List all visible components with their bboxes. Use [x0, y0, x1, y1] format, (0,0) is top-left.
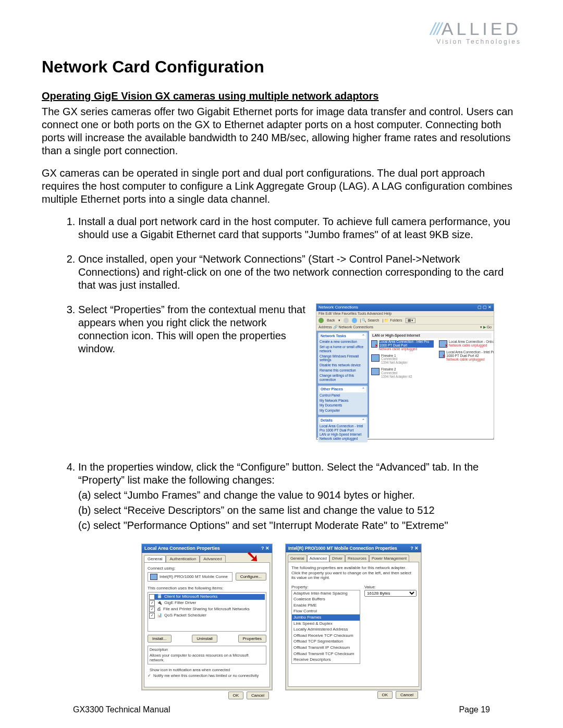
address-value[interactable]: Network Connections: [339, 325, 374, 329]
intel-pro-properties-screenshot: Intel(R) PRO/1000 MT Mobile Connection P…: [285, 544, 422, 690]
task-item[interactable]: Create a new connection: [320, 340, 366, 344]
footer-manual-name: GX3300 Technical Manual: [73, 705, 170, 714]
step-3: Select “Properties” from the contextual …: [78, 303, 521, 440]
install-button[interactable]: Install...: [148, 635, 172, 643]
property-listbox[interactable]: Adaptive Inter-frame Spacing Coalesce Bu…: [291, 590, 360, 664]
connection-item[interactable]: Firewire 2Connected1394 Net Adapter #2: [371, 368, 434, 378]
connection-icon: [371, 354, 380, 362]
show-icon-option[interactable]: Show icon in notification area when conn…: [150, 668, 230, 672]
list-item[interactable]: Link Speed & Duplex: [292, 621, 360, 627]
value-select[interactable]: 16128 Bytes: [364, 590, 417, 597]
list-item[interactable]: Flow Control: [292, 608, 360, 614]
list-item-selected[interactable]: Jumbo Frames: [292, 614, 360, 621]
list-item[interactable]: Adaptive Inter-frame Spacing: [292, 590, 360, 597]
tab-advanced[interactable]: Advanced: [200, 555, 226, 563]
intro-paragraph-2: GX cameras can be operated in single por…: [42, 167, 521, 206]
lacp-screenshot: Local Area Connection Properties ? ✕ Gen…: [141, 544, 273, 690]
ipp-title: Intel(R) PRO/1000 MT Mobile Connection P…: [288, 546, 397, 551]
properties-button[interactable]: Properties: [238, 635, 266, 643]
footer-page-number: Page 19: [459, 705, 490, 714]
task-item[interactable]: Change Windows Firewall settings: [320, 354, 366, 363]
task-item[interactable]: Rename this connection: [320, 368, 366, 373]
nc-menubar[interactable]: File Edit View Favorites Tools Advanced …: [316, 311, 494, 317]
list-item[interactable]: Coalesce Buffers: [292, 596, 360, 602]
task-item[interactable]: Disable this network device: [320, 363, 366, 367]
other-places-head[interactable]: Other Places: [321, 387, 343, 391]
list-item[interactable]: File and Printer Sharing for Microsoft N…: [163, 607, 250, 612]
lacp-title: Local Area Connection Properties: [144, 546, 220, 551]
ok-button[interactable]: OK: [228, 692, 244, 699]
notify-option[interactable]: Notify me when this connection has limit…: [153, 673, 259, 678]
views-icon[interactable]: ▦▾: [406, 318, 415, 323]
step-4c-text: (c) select "Performance Options" and set…: [78, 519, 521, 532]
intro-paragraph-1: The GX series cameras offer two Gigabit …: [42, 105, 521, 157]
nc-main-area[interactable]: LAN or High-Speed Internet Local Area Co…: [369, 331, 494, 438]
uses-label: This connection uses the following items…: [148, 586, 266, 591]
connection-item[interactable]: Firewire 1Connected1394 Net Adapter: [371, 354, 434, 365]
list-item[interactable]: Locally Administered Address: [292, 626, 360, 633]
up-icon[interactable]: [352, 318, 357, 323]
checkbox[interactable]: [149, 594, 155, 600]
list-item[interactable]: Receive Descriptors: [292, 657, 360, 663]
connection-sub: 1394 Net Adapter: [381, 361, 408, 365]
nc-toolbar[interactable]: Back▾ | 🔍 Search | 📁 Folders ▦▾: [316, 317, 494, 325]
search-button[interactable]: Search: [368, 318, 379, 322]
checkbox[interactable]: ✓: [149, 607, 155, 612]
back-button[interactable]: Back: [327, 318, 335, 323]
checkbox[interactable]: ✓: [148, 673, 151, 678]
details-head[interactable]: Details: [321, 418, 333, 423]
list-item[interactable]: Client for Microsoft Networks: [164, 594, 217, 599]
step-1: Install a dual port network card in the …: [78, 215, 521, 241]
place-item[interactable]: My Documents: [320, 403, 366, 408]
connection-item[interactable]: Local Area Connection - OnboardNetwork c…: [439, 340, 494, 348]
adapter-name: Intel(R) PRO/1000 MT Mobile Conne: [160, 574, 228, 579]
tab-driver[interactable]: Driver: [329, 554, 345, 562]
list-item[interactable]: Offload Transmit TCP Checksum: [292, 651, 360, 657]
tab-general[interactable]: General: [288, 554, 307, 562]
tab-advanced[interactable]: Advanced: [307, 554, 329, 562]
connection-item[interactable]: Local Area Connection - Intel Pro 1000 P…: [439, 351, 494, 361]
list-item[interactable]: QoS Packet Scheduler: [164, 613, 206, 618]
ok-button[interactable]: OK: [377, 691, 393, 699]
list-item[interactable]: GigE Filter Driver: [164, 600, 196, 606]
connection-status: Network cable unplugged: [449, 344, 494, 348]
configure-button[interactable]: Configure...: [236, 573, 266, 581]
details-text: Local Area Connection - Intel Pro 1000 P…: [320, 424, 366, 440]
connection-icon: [439, 340, 447, 348]
cancel-button[interactable]: Cancel: [396, 691, 418, 699]
tab-authentication[interactable]: Authentication: [166, 555, 200, 563]
step-4a-text: (a) select “Jumbo Frames” and change the…: [78, 489, 521, 502]
cancel-button[interactable]: Cancel: [247, 692, 269, 699]
place-item[interactable]: Control Panel: [320, 393, 366, 398]
list-item[interactable]: Enable PME: [292, 602, 360, 609]
property-label: Property:: [291, 585, 360, 590]
tab-general[interactable]: General: [144, 555, 166, 563]
go-button[interactable]: Go: [487, 325, 492, 329]
logo-text: ALLIED: [442, 19, 521, 39]
checkbox[interactable]: ✓: [149, 613, 155, 619]
description-text: Allows your computer to access resources…: [150, 653, 264, 662]
tab-resources[interactable]: Resources: [345, 554, 369, 562]
connection-item[interactable]: Local Area Connection - Intel Pro 1000 P…: [371, 340, 434, 351]
tab-power-management[interactable]: Power Management: [369, 554, 409, 562]
list-item[interactable]: Offload Transmit IP Checksum: [292, 645, 360, 651]
connection-name: Local Area Connection - Intel Pro 1000 P…: [446, 351, 494, 358]
place-item[interactable]: My Network Places: [320, 399, 366, 403]
folders-button[interactable]: Folders: [390, 318, 402, 322]
adapter-icon: [150, 574, 157, 580]
checkbox[interactable]: ✓: [149, 600, 155, 606]
list-item[interactable]: Transmit Descriptors: [292, 663, 360, 664]
list-item[interactable]: Offload TCP Segmentation: [292, 638, 360, 645]
ipp-intro-text: The following properties are available f…: [291, 565, 415, 581]
uninstall-button[interactable]: Uninstall: [192, 635, 217, 643]
network-tasks-head[interactable]: Network Tasks: [321, 334, 346, 338]
nc-sidebar: Network Tasks⌃ Create a new connection S…: [316, 331, 369, 438]
list-item[interactable]: Offload Receive TCP Checksum: [292, 633, 360, 639]
connection-items-list[interactable]: 📇Client for Microsoft Networks ✓🔌GigE Fi…: [148, 592, 266, 632]
place-item[interactable]: My Computer: [320, 409, 366, 413]
network-connections-screenshot: Network Connections ▢ ▢ ✕ File Edit View…: [316, 303, 494, 440]
back-icon[interactable]: [319, 318, 324, 323]
task-item[interactable]: Change settings of this connection: [320, 374, 366, 382]
connect-using-label: Connect using:: [148, 566, 266, 571]
task-item[interactable]: Set up a home or small office network: [320, 345, 366, 353]
